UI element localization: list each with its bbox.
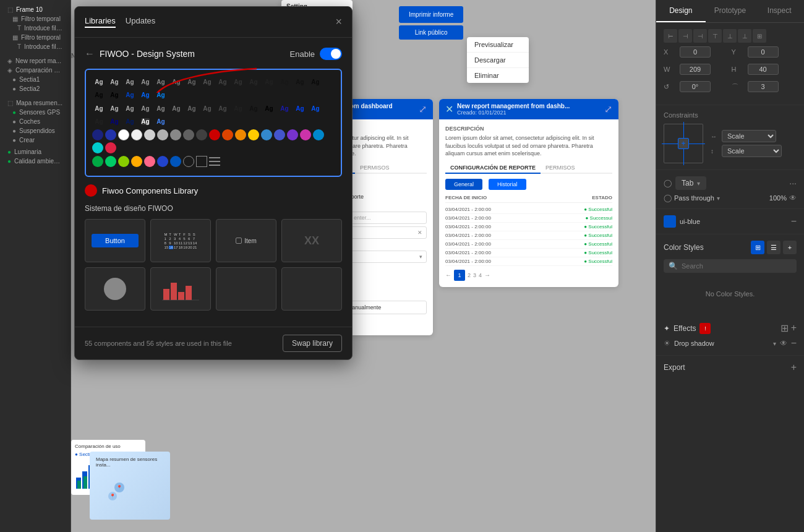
- swatch-med-blue[interactable]: [157, 156, 168, 167]
- card2-tab-historial[interactable]: Historial: [489, 179, 526, 190]
- layer-filtro1[interactable]: ▦ Filtro temporal: [5, 14, 66, 24]
- layer-suspendidos[interactable]: ● Suspendidos: [5, 126, 66, 135]
- effects-add-icon[interactable]: +: [791, 322, 797, 334]
- tab-inspect[interactable]: Inspect: [755, 0, 804, 22]
- swatch-crimson[interactable]: [105, 142, 116, 153]
- v-scale-select[interactable]: Scale Top Bottom Top & Bottom Center: [722, 145, 782, 157]
- layer-calidad[interactable]: ● Calidad ambiental: [5, 157, 66, 166]
- swatch-amber[interactable]: [131, 156, 142, 167]
- back-btn[interactable]: ←: [85, 48, 95, 59]
- cs-grid-icon[interactable]: ⊞: [751, 241, 764, 254]
- imprimir-btn[interactable]: Imprimir informe: [399, 6, 463, 23]
- close-icon-card2[interactable]: ✕: [445, 103, 453, 115]
- layer-gps[interactable]: ● Sensores GPS: [5, 108, 66, 117]
- layer-coches[interactable]: ● Coches: [5, 117, 66, 126]
- corner-input[interactable]: [748, 81, 779, 92]
- card2-tab-general[interactable]: General: [445, 179, 482, 190]
- layer-mapa[interactable]: ⬚ Mapa resumen...: [5, 98, 66, 108]
- layer-comparacion[interactable]: ◈ Comparación de uso: [5, 66, 66, 75]
- swatch-pink[interactable]: [300, 129, 311, 140]
- swatch-gray4[interactable]: [183, 129, 194, 140]
- effects-grid-icon[interactable]: ⊞: [780, 322, 789, 334]
- color-search-input[interactable]: [682, 262, 792, 270]
- visibility-icon[interactable]: 👁: [789, 194, 797, 202]
- drop-shadow-eye[interactable]: 👁: [780, 339, 787, 348]
- link-btn[interactable]: Link público: [399, 25, 463, 40]
- drop-shadow-chevron[interactable]: ▾: [773, 340, 776, 347]
- comp-card-item[interactable]: Item: [216, 219, 276, 262]
- square-outline-swatch[interactable]: [196, 156, 207, 167]
- swatch-teal[interactable]: [313, 129, 324, 140]
- swatch-dkblue[interactable]: [105, 129, 116, 140]
- comp-card-blank[interactable]: [216, 267, 276, 311]
- swatch-gray3[interactable]: [170, 129, 181, 140]
- comp-card-button[interactable]: Button: [85, 219, 145, 262]
- cs-add-icon[interactable]: +: [783, 241, 797, 254]
- modal-tab-updates[interactable]: Updates: [126, 16, 155, 28]
- comp-card-chart[interactable]: [150, 267, 211, 311]
- c2-page-2[interactable]: 2: [468, 272, 471, 278]
- swatch-yellow-green[interactable]: [118, 156, 129, 167]
- fill-color-swatch[interactable]: [664, 215, 676, 228]
- swatch-dk-blue2[interactable]: [170, 156, 181, 167]
- y-input[interactable]: [748, 46, 779, 58]
- align-top-icon[interactable]: ⊤: [708, 29, 722, 43]
- expand-icon-card1[interactable]: ⤢: [419, 103, 427, 115]
- w-input[interactable]: [680, 64, 711, 75]
- h-scale-select[interactable]: Scale Left Right Left & Right Center: [722, 130, 776, 142]
- drop-shadow-remove[interactable]: −: [791, 338, 797, 349]
- layer-report[interactable]: ◈ New report ma...: [5, 56, 66, 66]
- c2-page-4[interactable]: 4: [479, 272, 482, 278]
- comp-card-circle[interactable]: [85, 267, 145, 311]
- fill-remove-btn[interactable]: −: [791, 216, 797, 227]
- comp-card-calendar[interactable]: MTWTFSS 1234567 891011121314 15161718192…: [150, 219, 211, 262]
- align-left-icon[interactable]: ⊢: [664, 29, 677, 43]
- swatch-indigo[interactable]: [274, 129, 285, 140]
- modal-tab-libraries[interactable]: Libraries: [85, 16, 116, 28]
- swatch-navy[interactable]: [92, 129, 103, 140]
- tab-prototype[interactable]: Prototype: [706, 0, 755, 22]
- tab-design[interactable]: Design: [656, 0, 706, 22]
- swatch-lt[interactable]: [131, 129, 142, 140]
- align-center-v-icon[interactable]: ⊥: [723, 29, 737, 43]
- layer-filtro2[interactable]: ▦ Filtro temporal: [5, 33, 66, 42]
- enable-toggle[interactable]: [320, 48, 342, 60]
- align-bottom-icon[interactable]: ⊥: [738, 29, 751, 43]
- expand-icon-card2[interactable]: ⤢: [604, 103, 612, 115]
- layer-luminaria[interactable]: ● Luminaria: [5, 147, 66, 157]
- comp-card-blank2[interactable]: [281, 267, 342, 311]
- swatch-orange[interactable]: [235, 129, 246, 140]
- layer-text1[interactable]: T Introduce filtr...: [5, 24, 66, 33]
- distribute-h-icon[interactable]: ⊞: [753, 29, 766, 43]
- swap-library-btn[interactable]: Swap library: [283, 335, 342, 352]
- ctx-eliminar[interactable]: Eliminar: [467, 68, 529, 83]
- cs-list-icon[interactable]: ☰: [767, 241, 780, 254]
- swatch-cyan[interactable]: [92, 142, 103, 153]
- swatch-yellow[interactable]: [248, 129, 259, 140]
- c2-page-1[interactable]: 1: [454, 270, 465, 281]
- swatch-white[interactable]: [118, 129, 129, 140]
- layer-text2[interactable]: T Introduce filtro temporal: [5, 42, 66, 51]
- x-input[interactable]: [680, 46, 711, 58]
- tab-chip[interactable]: Tab ▾: [675, 176, 706, 190]
- layer-sectia1[interactable]: ● Sectia1: [5, 75, 66, 84]
- c2-page-prev[interactable]: ←: [445, 272, 451, 278]
- rotation-input[interactable]: [680, 81, 711, 92]
- export-add-icon[interactable]: +: [791, 362, 797, 373]
- layer-frame10[interactable]: ⬚ Frame 10: [5, 5, 66, 14]
- clear-email-btn[interactable]: ✕: [417, 230, 422, 236]
- lines-swatch[interactable]: [209, 156, 220, 167]
- swatch-lt-pink[interactable]: [144, 156, 155, 167]
- comp-card-xx[interactable]: XX: [281, 219, 342, 262]
- ctx-previsualizar[interactable]: Previsualizar: [467, 37, 529, 53]
- swatch-gray1[interactable]: [144, 129, 155, 140]
- ctx-descargar[interactable]: Descargar: [467, 53, 529, 68]
- swatch-gray2[interactable]: [157, 129, 168, 140]
- h-input[interactable]: [748, 64, 779, 75]
- swatch-red[interactable]: [209, 129, 220, 140]
- pass-through-chevron[interactable]: ▾: [717, 195, 720, 202]
- align-right-icon[interactable]: ⊣: [693, 29, 707, 43]
- swatch-orange-red[interactable]: [222, 129, 233, 140]
- swatch-purple[interactable]: [287, 129, 298, 140]
- c2-page-next[interactable]: →: [484, 272, 490, 278]
